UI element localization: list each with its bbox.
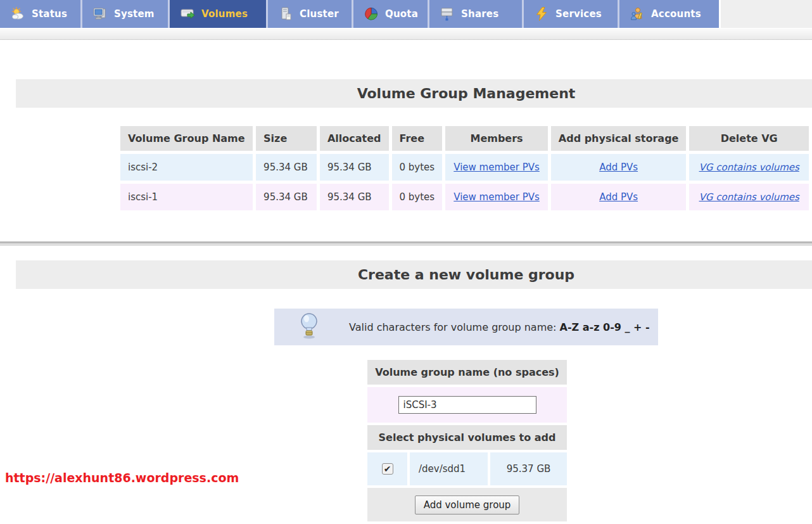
vg-free-cell: 0 bytes	[392, 154, 443, 181]
form-footer-cell: Add volume group	[367, 488, 567, 521]
tab-volumes[interactable]: Volumes	[170, 0, 266, 28]
hint-valid-chars: A-Z a-z 0-9 _ + -	[560, 321, 650, 333]
lightbulb-icon	[297, 312, 321, 342]
top-navbar: Status System	[0, 0, 812, 28]
pv-device-cell: /dev/sdd1	[410, 452, 488, 485]
volume-group-table: Volume Group Name Size Allocated Free Me…	[117, 123, 812, 214]
tab-system[interactable]: System	[82, 0, 168, 28]
add-volume-group-button[interactable]: Add volume group	[415, 495, 520, 514]
view-member-pvs-link[interactable]: View member PVs	[454, 162, 540, 173]
add-pvs-link[interactable]: Add PVs	[599, 191, 638, 203]
tab-services[interactable]: Services	[524, 0, 618, 28]
tab-volumes-label: Volumes	[201, 8, 248, 20]
tab-shares[interactable]: Shares	[429, 0, 522, 28]
table-header-row: Volume Group Name Size Allocated Free Me…	[120, 126, 809, 151]
vg-management-title-bar: Volume Group Management	[16, 79, 812, 108]
vg-name-input[interactable]	[398, 396, 536, 414]
computer-monitor-icon	[92, 6, 108, 22]
col-header-volume-group-name: Volume Group Name	[120, 126, 253, 151]
weather-sun-cloud-icon	[10, 6, 25, 22]
vg-name-input-cell	[367, 387, 567, 423]
network-drive-icon	[440, 6, 455, 22]
users-pencil-icon	[630, 6, 645, 22]
vg-management-title: Volume Group Management	[120, 86, 812, 101]
tab-accounts[interactable]: Accounts	[619, 0, 719, 28]
vg-alloc-cell: 95.34 GB	[320, 184, 389, 210]
tab-cluster-label: Cluster	[300, 8, 339, 20]
drive-green-arrow-icon	[180, 6, 195, 22]
select-pv-header: Select physical volumes to add	[367, 425, 567, 450]
col-header-allocated: Allocated	[320, 126, 389, 151]
pv-row: ✔ /dev/sdd1 95.37 GB	[367, 452, 567, 485]
tab-shares-label: Shares	[461, 8, 498, 20]
tab-quota-label: Quota	[385, 8, 418, 20]
table-row: iscsi-2 95.34 GB 95.34 GB 0 bytes View m…	[120, 154, 809, 181]
watermark-url-text: https://alexhunt86.wordpress.com	[5, 471, 239, 485]
col-header-free: Free	[392, 126, 443, 151]
vg-name-cell: iscsi-1	[120, 184, 253, 210]
server-tower-icon	[278, 6, 293, 22]
view-member-pvs-link[interactable]: View member PVs	[454, 191, 540, 203]
vg-contains-volumes-link[interactable]: VG contains volumes	[699, 162, 799, 173]
hint-prefix: Valid characters for volume group name:	[349, 321, 560, 333]
tab-status[interactable]: Status	[0, 0, 80, 28]
tab-services-label: Services	[555, 8, 602, 20]
lightning-bolt-icon	[534, 6, 549, 22]
table-row: iscsi-1 95.34 GB 95.34 GB 0 bytes View m…	[120, 184, 809, 210]
navbar-empty-area	[719, 0, 812, 28]
tab-accounts-label: Accounts	[651, 8, 701, 20]
tab-cluster[interactable]: Cluster	[268, 0, 352, 28]
vg-size-cell: 95.34 GB	[256, 184, 317, 210]
valid-characters-hint-text: Valid characters for volume group name: …	[349, 321, 650, 333]
vg-contains-volumes-link[interactable]: VG contains volumes	[699, 191, 799, 203]
valid-characters-hint-box: Valid characters for volume group name: …	[274, 309, 658, 345]
vg-name-cell: iscsi-2	[120, 154, 253, 181]
pie-chart-icon	[364, 6, 379, 22]
pv-checkbox[interactable]: ✔	[382, 463, 393, 475]
col-header-add-physical-storage: Add physical storage	[551, 126, 687, 151]
add-pvs-link[interactable]: Add PVs	[599, 162, 638, 173]
pv-checkbox-cell: ✔	[367, 452, 407, 485]
vg-free-cell: 0 bytes	[392, 184, 443, 210]
tab-system-label: System	[114, 8, 155, 20]
col-header-size: Size	[256, 126, 317, 151]
toolbar-strip	[0, 28, 812, 40]
vg-alloc-cell: 95.34 GB	[320, 154, 389, 181]
create-vg-title: Create a new volume group	[120, 267, 812, 283]
vg-size-cell: 95.34 GB	[256, 154, 317, 181]
pv-size-cell: 95.37 GB	[490, 452, 567, 485]
vg-name-header: Volume group name (no spaces)	[367, 360, 567, 385]
nav-tabs: Status System	[0, 0, 719, 28]
section-divider	[0, 241, 812, 246]
page: Status System	[0, 0, 812, 524]
create-vg-title-bar: Create a new volume group	[16, 260, 812, 289]
create-vg-form: Volume group name (no spaces) Select phy…	[365, 357, 569, 524]
col-header-delete-vg: Delete VG	[689, 126, 809, 151]
tab-status-label: Status	[32, 8, 67, 20]
tab-quota[interactable]: Quota	[353, 0, 428, 28]
col-header-members: Members	[445, 126, 548, 151]
